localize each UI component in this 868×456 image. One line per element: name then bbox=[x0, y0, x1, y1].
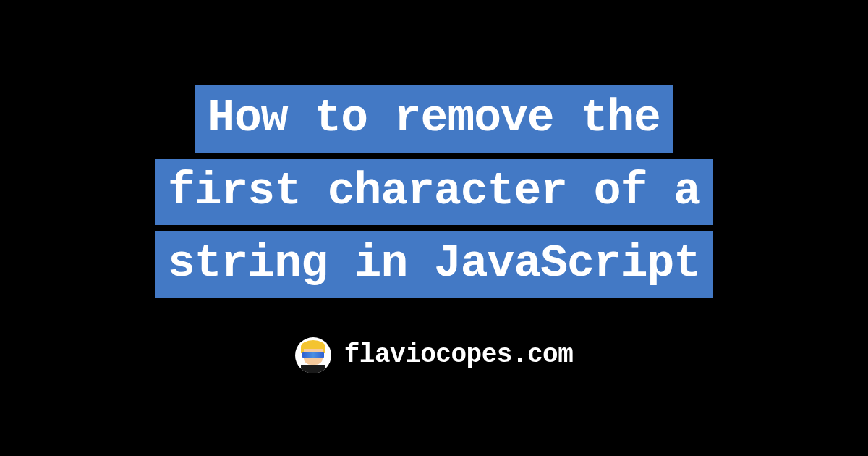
title-line-3: string in JavaScript bbox=[155, 231, 713, 297]
site-name: flaviocopes.com bbox=[344, 340, 574, 370]
site-footer: flaviocopes.com bbox=[295, 337, 574, 373]
article-title: How to remove the first character of a s… bbox=[155, 83, 713, 300]
title-line-1: How to remove the bbox=[195, 85, 673, 152]
title-line-2: first character of a bbox=[155, 159, 713, 225]
avatar-icon bbox=[295, 337, 331, 373]
